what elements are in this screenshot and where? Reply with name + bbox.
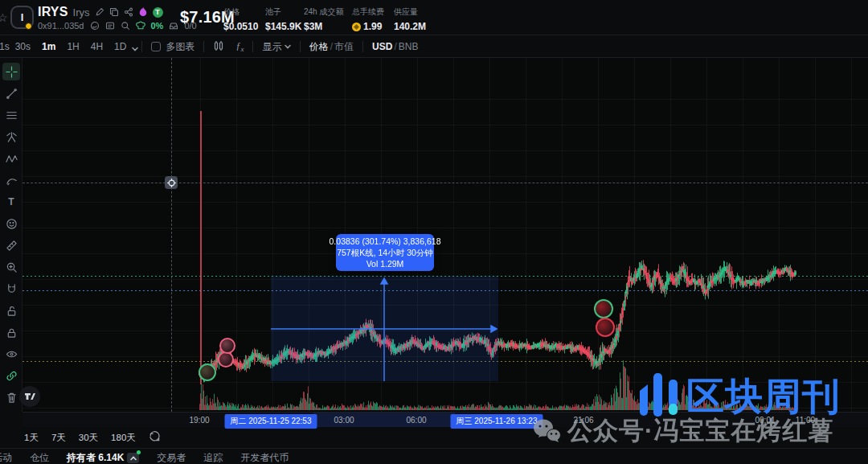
tradingview-logo[interactable] [19, 386, 40, 407]
time-tick: 11:00 [796, 416, 815, 425]
fx-indicator-icon[interactable]: ƒx [230, 40, 249, 53]
crosshair-tool-icon[interactable] [2, 63, 20, 80]
multi-chart-toggle[interactable]: 多图表 [145, 40, 200, 54]
currency-switch[interactable]: USD/BNB [366, 41, 424, 52]
interval-1s[interactable]: 1s [0, 41, 15, 52]
chevron-down-icon [285, 41, 291, 47]
measure-selection-box[interactable] [271, 276, 498, 381]
tab-positions[interactable]: 仓位 [30, 451, 49, 464]
lock-all-tool-icon[interactable] [2, 323, 20, 341]
token-name: Irys [73, 6, 90, 18]
chart-toolbar: 1s 30s 1m 1H 4H 1D 多图表 ƒx 显示 价格/市值 USD/B… [0, 36, 868, 58]
chef-hat-icon [136, 21, 145, 31]
bottom-tabs: 活动 仓位 持有者 6.14K 交易者 追踪 开发者代币 [0, 448, 868, 464]
copy-icon[interactable] [109, 7, 119, 17]
candle-style-icon[interactable] [207, 40, 230, 54]
favorite-star-icon[interactable]: ☆ [0, 11, 8, 24]
magnet-tool-icon[interactable] [2, 280, 20, 298]
chevron-down-icon[interactable] [132, 43, 138, 50]
time-tick: 21:06 [573, 416, 593, 425]
measure-arrows [271, 276, 498, 381]
chain-badge-icon [25, 23, 32, 30]
bonding-progress: 0% [151, 21, 164, 31]
text-tool-icon[interactable]: T [2, 193, 20, 211]
remove-drawings-tool-icon[interactable] [2, 388, 20, 406]
tab-dev-tokens[interactable]: 开发者代币 [240, 451, 289, 464]
range-180d[interactable]: 180天 [111, 432, 136, 444]
zoom-tool-icon[interactable] [2, 258, 20, 276]
drawing-tools-sidebar: T [0, 58, 23, 412]
time-tick: 19:00 [189, 416, 209, 425]
crosshair-horizontal-line [23, 183, 868, 183]
tab-traders[interactable]: 交易者 [157, 451, 186, 464]
trade-marker-avatar[interactable] [219, 338, 235, 354]
flame-icon [138, 7, 148, 17]
range-30d[interactable]: 30天 [79, 432, 98, 444]
trend-line-tool-icon[interactable] [2, 84, 20, 102]
token-t-icon: T [153, 7, 163, 18]
chart-pane[interactable]: 0.03836 (301.74%) 3,836,618 757根K线, 14小时… [23, 58, 868, 412]
interval-1h[interactable]: 1H [61, 41, 84, 52]
unlock-tool-icon[interactable] [2, 302, 20, 319]
tooltip-change-line: 0.03836 (301.74%) 3,836,618 [330, 236, 441, 246]
interval-1d[interactable]: 1D [108, 41, 132, 52]
trade-marker-avatar[interactable] [594, 299, 613, 318]
edit-icon[interactable] [95, 7, 104, 17]
bnb-coin-icon [352, 23, 361, 31]
time-tick: 06:00 [406, 416, 426, 425]
range-7d[interactable]: 7天 [51, 432, 66, 444]
tab-holders[interactable]: 持有者 6.14K [67, 451, 139, 464]
stat-total-fees: 总手续费 1.99 [352, 6, 384, 32]
xabcd-pattern-tool-icon[interactable] [2, 150, 20, 167]
token-header: ☆ I IRYS Irys T 0x91...035d 0% 0/0 $7.16… [0, 0, 868, 35]
emoji-tool-icon[interactable] [2, 215, 20, 232]
tab-holders-label: 持有者 6.14K [67, 451, 124, 464]
notification-dot [137, 450, 141, 454]
tab-tracking[interactable]: 追踪 [203, 451, 223, 464]
checkbox-icon[interactable] [151, 42, 161, 51]
crosshair-vertical-line [171, 58, 172, 412]
brush-tool-icon[interactable] [2, 171, 20, 189]
time-axis[interactable]: 19:0003:0006:0009:0018:0221:0600:0111:00… [23, 412, 868, 427]
card-icon[interactable] [105, 21, 115, 31]
crosshair-target-icon [165, 176, 178, 189]
interval-1m[interactable]: 1m [36, 41, 61, 52]
measure-tool-icon[interactable] [2, 236, 20, 254]
time-range-chip: 周二 2025-11-25 22:53 [225, 414, 317, 429]
tray-icon[interactable] [169, 21, 178, 31]
token-address[interactable]: 0x91...035d [38, 21, 84, 31]
display-menu[interactable]: 显示 [256, 40, 296, 54]
time-range-chip: 周三 2025-11-26 13:23 [451, 414, 543, 429]
trade-marker-avatar[interactable] [199, 363, 216, 381]
stat-volume-24h: 24h 成交额$3M [304, 6, 343, 32]
token-avatar-letter: I [21, 11, 24, 23]
tab-activity[interactable]: 活动 [0, 451, 12, 464]
price-mcap-switch[interactable]: 价格/市值 [304, 40, 359, 54]
sync-drawings-tool-icon[interactable] [2, 367, 20, 384]
collapse-chevron-badge[interactable] [127, 453, 139, 463]
hide-drawings-tool-icon[interactable] [2, 345, 20, 363]
time-tick: 00:01 [755, 416, 775, 425]
token-symbol: IRYS [38, 5, 68, 19]
share-icon[interactable] [124, 7, 133, 17]
tooltip-bars-line: 757根K线, 14小时 30分钟 [337, 248, 433, 257]
stat-price: 价格$0.0510 [223, 6, 258, 32]
interval-30s[interactable]: 30s [15, 41, 36, 52]
measure-tooltip: 0.03836 (301.74%) 3,836,618 757根K线, 14小时… [336, 234, 434, 271]
tooltip-volume-line: Vol 1.29M [366, 259, 404, 269]
trade-marker-avatar[interactable] [218, 351, 234, 368]
range-selector-row: 1天 7天 30天 180天 [0, 427, 868, 448]
range-1d[interactable]: 1天 [24, 432, 39, 444]
fib-retracement-tool-icon[interactable] [2, 106, 20, 124]
interval-4h[interactable]: 4H [85, 41, 108, 52]
search-icon[interactable] [121, 21, 130, 31]
time-tick: 03:00 [334, 416, 354, 425]
trade-marker-avatar[interactable] [596, 318, 615, 337]
stat-pool: 池子$145.9K [265, 6, 301, 32]
pitchfork-tool-icon[interactable] [2, 128, 20, 146]
replay-icon[interactable] [149, 431, 161, 445]
circle-icon[interactable] [90, 21, 100, 31]
stat-supply: 供应量140.2M [394, 6, 426, 32]
